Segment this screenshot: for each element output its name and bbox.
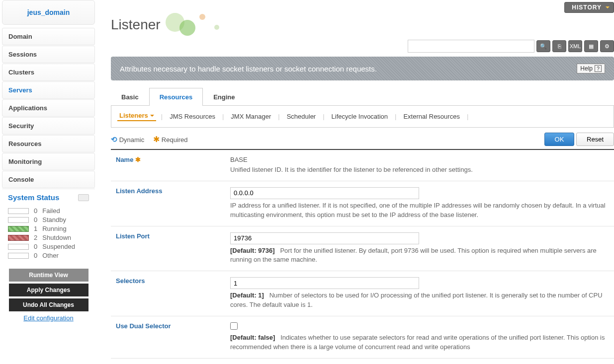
edit-configuration-link[interactable]: Edit configuration bbox=[2, 314, 95, 322]
status-swatch bbox=[8, 208, 29, 214]
selectors-label: Selectors bbox=[111, 271, 225, 316]
nav-item-console[interactable]: Console bbox=[2, 171, 95, 188]
page-title: Listener bbox=[111, 15, 614, 40]
status-list: 0Failed0Standby1Running2Shutdown0Suspend… bbox=[2, 204, 95, 267]
search-icon[interactable]: 🔍 bbox=[536, 40, 550, 52]
required-icon: ✱ bbox=[153, 135, 160, 144]
tab-basic[interactable]: Basic bbox=[111, 88, 149, 106]
status-row: 0Suspended bbox=[8, 243, 89, 250]
help-icon: ? bbox=[595, 65, 602, 72]
status-row: 1Running bbox=[8, 225, 89, 232]
selectors-desc: [Default: 1] Number of selectors to be u… bbox=[230, 291, 609, 310]
selectors-input[interactable] bbox=[230, 277, 419, 289]
nav-item-domain[interactable]: Domain bbox=[2, 28, 95, 45]
status-swatch bbox=[8, 217, 29, 223]
ok-button[interactable]: OK bbox=[544, 133, 575, 146]
status-row: 2Shutdown bbox=[8, 234, 89, 241]
nav-item-security[interactable]: Security bbox=[2, 117, 95, 135]
status-refresh-icon[interactable] bbox=[78, 194, 89, 201]
tab-resources[interactable]: Resources bbox=[149, 88, 203, 106]
nav-item-applications[interactable]: Applications bbox=[2, 99, 95, 117]
help-button[interactable]: Help ? bbox=[577, 64, 605, 73]
toolbar: 🔍 ⎘ XML ▦ ⚙ bbox=[111, 40, 614, 53]
nav-item-monitoring[interactable]: Monitoring bbox=[2, 153, 95, 170]
backlog-label: Backlog bbox=[111, 358, 225, 364]
xml-icon[interactable]: XML bbox=[568, 40, 582, 52]
apply-changes-button[interactable]: Apply Changes bbox=[9, 284, 88, 296]
subtab-jmx-manager[interactable]: JMX Manager bbox=[229, 113, 273, 120]
listen-port-label: Listen Port bbox=[111, 226, 225, 271]
status-row: 0Standby bbox=[8, 216, 89, 223]
subtabs: Listeners|JMS Resources|JMX Manager|Sche… bbox=[111, 106, 614, 128]
status-swatch bbox=[8, 226, 29, 232]
listen-port-desc: [Default: 9736] Port for the unified lis… bbox=[230, 246, 609, 265]
nav-item-clusters[interactable]: Clusters bbox=[2, 64, 95, 81]
subtab-lifecycle-invocation[interactable]: Lifecycle Invocation bbox=[330, 113, 390, 120]
search-input[interactable] bbox=[408, 40, 534, 53]
nav-item-resources[interactable]: Resources bbox=[2, 135, 95, 152]
domain-title[interactable]: jeus_domain bbox=[2, 0, 95, 25]
name-value: BASE bbox=[230, 156, 609, 163]
reset-button[interactable]: Reset bbox=[576, 133, 614, 146]
sidebar: jeus_domain DomainSessionsClustersServer… bbox=[0, 0, 97, 364]
name-desc: Unified listener ID. It is the identifie… bbox=[230, 165, 609, 175]
use-dual-desc: [Default: false] Indicates whether to us… bbox=[230, 333, 609, 352]
tabs: BasicResourcesEngine bbox=[111, 87, 614, 106]
listen-address-desc: IP address for a unified listener. If it… bbox=[230, 201, 609, 220]
listen-address-label: Listen Address bbox=[111, 181, 225, 226]
listen-address-input[interactable] bbox=[230, 187, 419, 199]
config-icon[interactable]: ⚙ bbox=[600, 40, 614, 52]
status-swatch bbox=[8, 253, 29, 259]
nav-item-sessions[interactable]: Sessions bbox=[2, 46, 95, 63]
tab-engine[interactable]: Engine bbox=[203, 88, 245, 106]
domain-link[interactable]: jeus_domain bbox=[27, 8, 70, 16]
subtab-external-resources[interactable]: External Resources bbox=[401, 113, 461, 120]
form-table: Name✱ BASE Unified listener ID. It is th… bbox=[111, 150, 614, 364]
grid-icon[interactable]: ▦ bbox=[584, 40, 598, 52]
runtime-view-button[interactable]: Runtime View bbox=[9, 269, 88, 282]
status-row: 0Other bbox=[8, 252, 89, 259]
description-bar: Attributes necessary to handle socket li… bbox=[111, 57, 614, 80]
listen-port-input[interactable] bbox=[230, 232, 419, 244]
dynamic-icon: ⟲ bbox=[111, 135, 117, 144]
undo-all-changes-button[interactable]: Undo All Changes bbox=[9, 298, 88, 311]
subtab-scheduler[interactable]: Scheduler bbox=[285, 113, 318, 120]
status-swatch bbox=[8, 235, 29, 241]
status-row: 0Failed bbox=[8, 207, 89, 215]
use-dual-checkbox[interactable] bbox=[230, 322, 238, 330]
subtab-listeners[interactable]: Listeners bbox=[117, 112, 156, 121]
system-status-header: System Status bbox=[2, 189, 95, 204]
main-content: HISTORY Listener 🔍 ⎘ XML ▦ ⚙ Attributes … bbox=[97, 0, 614, 364]
legend-row: ⟲ Dynamic ✱ Required OK Reset bbox=[111, 128, 614, 150]
subtab-jms-resources[interactable]: JMS Resources bbox=[168, 113, 217, 120]
history-button[interactable]: HISTORY bbox=[564, 2, 614, 13]
export-icon[interactable]: ⎘ bbox=[552, 40, 566, 52]
status-swatch bbox=[8, 244, 29, 250]
nav-item-servers[interactable]: Servers bbox=[2, 81, 95, 99]
use-dual-label: Use Dual Selector bbox=[111, 316, 225, 358]
name-label: Name✱ bbox=[111, 150, 225, 181]
